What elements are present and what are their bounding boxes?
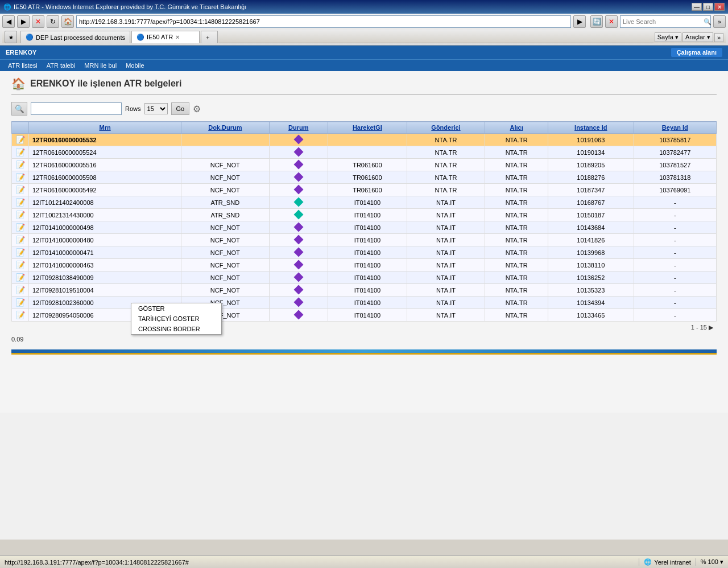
search-bar[interactable]: 🔍 [620, 15, 711, 28]
table-row[interactable]: 📝12IT09281002360000NCF_NOTIT014100NTA.IT… [12, 297, 717, 309]
edit-icon[interactable]: 📝 [16, 236, 25, 244]
edit-icon[interactable]: 📝 [16, 273, 25, 282]
go-button[interactable]: Go [171, 102, 190, 115]
refresh-button[interactable]: ↻ [47, 15, 59, 28]
edit-icon-cell[interactable]: 📝 [12, 246, 29, 259]
context-menu-item-history[interactable]: TARİHÇEYİ GÖSTER [131, 314, 221, 324]
context-menu-item-show[interactable]: GÖSTER [131, 303, 221, 314]
edit-icon-cell[interactable]: 📝 [12, 134, 29, 146]
nav-mobile[interactable]: Mobile [121, 61, 148, 70]
ie50-tab-close[interactable]: ✕ [175, 34, 180, 40]
live-search-input[interactable] [621, 17, 704, 26]
edit-icon[interactable]: 📝 [16, 298, 25, 307]
alici-cell: NTA.TR [485, 209, 548, 221]
edit-icon[interactable]: 📝 [16, 211, 25, 219]
edit-icon[interactable]: 📝 [16, 198, 25, 207]
window-controls[interactable]: — □ ✕ [692, 3, 725, 11]
new-tab-button[interactable]: + [201, 31, 218, 43]
address-input[interactable]: http://192.168.3.191:7777/apex/f?p=10034… [79, 18, 568, 25]
table-row[interactable]: 📝12TR06160000005516NCF_NOTTR061600NTA.TR… [12, 159, 717, 171]
home-button[interactable]: 🏠 [61, 15, 74, 28]
tab-dep[interactable]: 🔵 DEP Last processed documents [20, 31, 130, 43]
gonderici-cell: NTA.IT [407, 297, 485, 309]
edit-icon[interactable]: 📝 [16, 311, 25, 319]
table-row[interactable]: 📝12IT01410000000498NCF_NOTIT014100NTA.IT… [12, 221, 717, 234]
stop-button[interactable]: ✕ [32, 15, 44, 28]
hareket-gi-cell: IT014100 [328, 234, 407, 246]
col-header-hareket-gi[interactable]: HareketGI [328, 122, 407, 134]
table-row[interactable]: 📝12IT09280954050006NCF_NOTIT014100NTA.IT… [12, 309, 717, 322]
refresh-alt-button[interactable]: 🔄 [590, 15, 603, 28]
table-row[interactable]: 📝12IT09281038490009NCF_NOTIT014100NTA.IT… [12, 271, 717, 284]
forward-button[interactable]: ▶ [17, 15, 30, 28]
edit-icon[interactable]: 📝 [16, 173, 25, 182]
close-button[interactable]: ✕ [714, 3, 725, 11]
address-go-button[interactable]: ▶ [573, 15, 586, 28]
nav-atr-talebi[interactable]: ATR talebi [42, 61, 80, 70]
edit-icon[interactable]: 📝 [16, 148, 25, 157]
edit-icon[interactable]: 📝 [16, 223, 25, 232]
stop-alt-button[interactable]: ✕ [605, 15, 618, 28]
col-header-alici[interactable]: Alıcı [485, 122, 548, 134]
minimize-button[interactable]: — [692, 3, 702, 11]
gonderici-cell: NTA.TR [407, 146, 485, 159]
tools-menu-button[interactable]: Araçlar ▾ [682, 32, 713, 42]
tab-ie50[interactable]: 🔵 IE50 ATR ✕ [131, 31, 200, 43]
edit-icon-cell[interactable]: 📝 [12, 271, 29, 284]
toolbar-options[interactable]: » [713, 15, 726, 28]
table-row[interactable]: 📝12IT10021314430000ATR_SNDIT014100NTA.IT… [12, 209, 717, 221]
address-bar[interactable]: http://192.168.3.191:7777/apex/f?p=10034… [76, 15, 571, 28]
table-row[interactable]: 📝12IT01410000000480NCF_NOTIT014100NTA.IT… [12, 234, 717, 246]
table-row[interactable]: 📝12TR06160000005492NCF_NOTTR061600NTA.TR… [12, 184, 717, 196]
edit-icon-cell[interactable]: 📝 [12, 184, 29, 196]
edit-icon[interactable]: 📝 [16, 160, 25, 169]
table-row[interactable]: 📝12TR06160000005532NTA.TRNTA.TR101910631… [12, 134, 717, 146]
pagination-next[interactable]: ▶ [709, 324, 713, 331]
edit-icon[interactable]: 📝 [16, 248, 25, 257]
back-button[interactable]: ◀ [2, 15, 15, 28]
edit-icon[interactable]: 📝 [16, 135, 25, 144]
edit-icon-cell[interactable]: 📝 [12, 159, 29, 171]
table-row[interactable]: 📝12IT01410000000471NCF_NOTIT014100NTA.IT… [12, 246, 717, 259]
nav-mrn-ile-bul[interactable]: MRN ile bul [80, 61, 121, 70]
table-row[interactable]: 📝12TR06160000005524NTA.TRNTA.TR101901341… [12, 146, 717, 159]
col-header-instance-id[interactable]: Instance Id [548, 122, 634, 134]
table-row[interactable]: 📝12TR06160000005508NCF_NOTTR061600NTA.TR… [12, 171, 717, 184]
table-row[interactable]: 📝12IT09281019510004NCF_NOTIT014100NTA.IT… [12, 284, 717, 297]
edit-icon-cell[interactable]: 📝 [12, 171, 29, 184]
maximize-button[interactable]: □ [703, 3, 713, 11]
edit-icon[interactable]: 📝 [16, 186, 25, 194]
edit-icon-cell[interactable]: 📝 [12, 221, 29, 234]
edit-icon-cell[interactable]: 📝 [12, 196, 29, 209]
beyan-id-cell: - [634, 309, 716, 322]
edit-icon[interactable]: 📝 [16, 261, 25, 269]
edit-icon-cell[interactable]: 📝 [12, 209, 29, 221]
search-input[interactable] [31, 102, 122, 115]
bookmarks-button[interactable]: ★ [5, 31, 17, 43]
workspace-button[interactable]: Çalışma alanı [671, 48, 722, 57]
context-menu-item-crossing[interactable]: CROSSING BORDER [131, 324, 221, 334]
table-row[interactable]: 📝12IT10121402400008ATR_SNDIT014100NTA.IT… [12, 196, 717, 209]
page-menu-button[interactable]: Sayfa ▾ [655, 32, 681, 42]
beyan-id-cell: - [634, 259, 716, 271]
search-button[interactable]: 🔍 [11, 102, 27, 116]
edit-icon[interactable]: 📝 [16, 286, 25, 294]
search-go-button[interactable]: 🔍 [704, 18, 712, 26]
settings-button[interactable]: ⚙ [193, 104, 201, 114]
col-header-gonderici[interactable]: Gönderici [407, 122, 485, 134]
edit-icon-cell[interactable]: 📝 [12, 146, 29, 159]
edit-icon-cell[interactable]: 📝 [12, 297, 29, 309]
edit-icon-cell[interactable]: 📝 [12, 259, 29, 271]
rows-select[interactable]: 15 10 25 50 100 [144, 103, 168, 114]
dok-durum-cell: NCF_NOT [181, 171, 269, 184]
col-header-mrn[interactable]: Mrn [29, 122, 181, 134]
edit-icon-cell[interactable]: 📝 [12, 234, 29, 246]
nav-atr-listesi[interactable]: ATR listesi [3, 61, 42, 70]
table-row[interactable]: 📝12IT01410000000463NCF_NOTIT014100NTA.IT… [12, 259, 717, 271]
edit-icon-cell[interactable]: 📝 [12, 309, 29, 322]
edit-icon-cell[interactable]: 📝 [12, 284, 29, 297]
more-button[interactable]: » [714, 33, 723, 42]
col-header-dok-durum[interactable]: Dok.Durum [181, 122, 269, 134]
col-header-durum[interactable]: Durum [269, 122, 328, 134]
col-header-beyan-id[interactable]: Beyan Id [634, 122, 716, 134]
